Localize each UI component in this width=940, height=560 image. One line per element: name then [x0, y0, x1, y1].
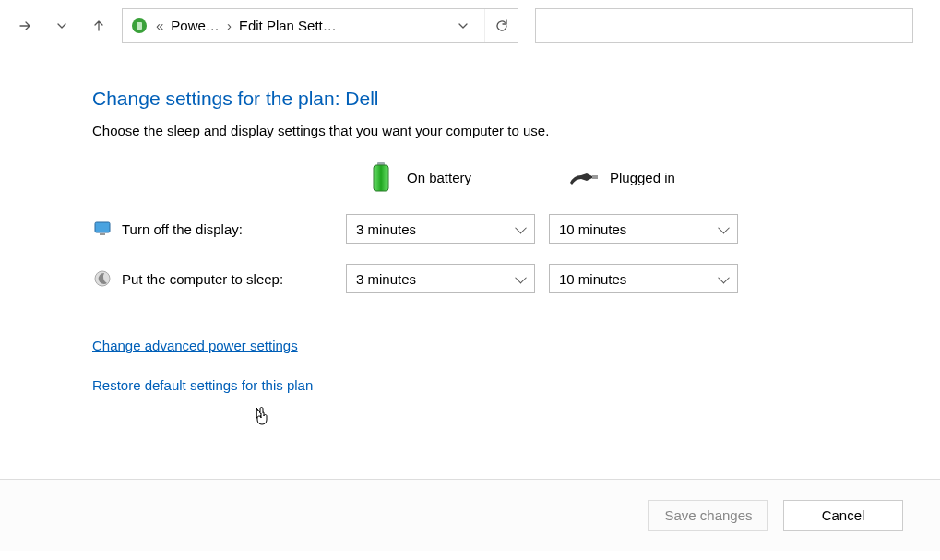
select-value: 3 minutes — [356, 221, 416, 237]
sleep-battery-select[interactable]: 3 minutes — [346, 264, 535, 293]
breadcrumb-sep: « — [154, 18, 165, 33]
svg-rect-6 — [100, 233, 105, 235]
footer-bar: Save changes Cancel — [0, 479, 940, 551]
column-label: Plugged in — [610, 170, 675, 185]
monitor-icon — [92, 219, 113, 239]
row-put-to-sleep: Put the computer to sleep: — [92, 268, 346, 289]
row-label-text: Turn off the display: — [122, 221, 243, 237]
arrow-up-icon — [91, 18, 106, 33]
search-box[interactable] — [535, 8, 913, 43]
breadcrumb-sep-icon: › — [225, 18, 233, 33]
battery-icon — [364, 161, 398, 194]
links-section: Change advanced power settings Restore d… — [92, 338, 940, 393]
main-content: Change settings for the plan: Dell Choos… — [0, 51, 940, 479]
save-button: Save changes — [648, 500, 768, 531]
settings-grid: On battery Plugged in Turn off the displ… — [92, 161, 940, 293]
arrow-right-icon — [18, 18, 32, 33]
breadcrumb: « Powe… › Edit Plan Sett… — [154, 18, 440, 33]
moon-icon — [92, 268, 113, 289]
refresh-icon — [494, 18, 509, 33]
control-panel-icon — [130, 17, 149, 35]
nav-history-button[interactable] — [48, 12, 76, 40]
svg-rect-4 — [592, 175, 598, 179]
nav-forward-button[interactable] — [11, 12, 39, 40]
page-subtitle: Choose the sleep and display settings th… — [92, 123, 940, 138]
svg-rect-3 — [374, 165, 388, 191]
toolbar: « Powe… › Edit Plan Sett… — [0, 0, 940, 51]
chevron-down-icon — [55, 19, 68, 32]
svg-rect-1 — [137, 22, 142, 30]
column-header-plugged: Plugged in — [549, 161, 752, 194]
svg-rect-5 — [95, 222, 110, 232]
restore-defaults-link[interactable]: Restore default settings for this plan — [92, 377, 940, 393]
breadcrumb-seg[interactable]: Powe… — [171, 18, 220, 33]
row-label-text: Put the computer to sleep: — [122, 271, 283, 287]
chevron-down-icon — [457, 19, 470, 32]
sleep-plugged-select[interactable]: 10 minutes — [549, 264, 738, 293]
nav-up-button[interactable] — [85, 12, 113, 40]
display-battery-select[interactable]: 3 minutes — [346, 214, 535, 244]
refresh-button[interactable] — [484, 9, 518, 42]
row-turn-off-display: Turn off the display: — [92, 219, 346, 239]
advanced-settings-link[interactable]: Change advanced power settings — [92, 338, 940, 353]
cancel-button[interactable]: Cancel — [783, 500, 903, 531]
column-header-battery: On battery — [346, 161, 549, 194]
column-label: On battery — [407, 170, 471, 185]
page-title: Change settings for the plan: Dell — [92, 88, 940, 110]
select-value: 3 minutes — [356, 271, 416, 287]
select-value: 10 minutes — [559, 221, 626, 237]
address-dropdown[interactable] — [446, 9, 479, 42]
select-value: 10 minutes — [559, 271, 626, 287]
display-plugged-select[interactable]: 10 minutes — [549, 214, 738, 244]
breadcrumb-seg[interactable]: Edit Plan Sett… — [239, 18, 337, 33]
address-bar[interactable]: « Powe… › Edit Plan Sett… — [122, 8, 518, 43]
plug-icon — [567, 161, 601, 194]
